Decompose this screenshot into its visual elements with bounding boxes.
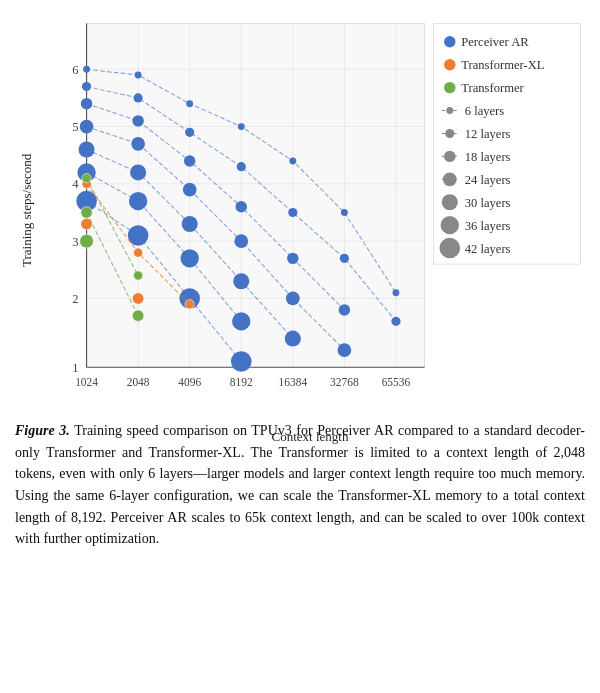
svg-text:1024: 1024 [75, 376, 98, 388]
svg-text:65536: 65536 [382, 376, 411, 388]
svg-point-89 [445, 129, 454, 138]
svg-text:8192: 8192 [230, 376, 253, 388]
main-container: Training steps/second [0, 0, 600, 565]
svg-text:30 layers: 30 layers [465, 196, 511, 210]
svg-point-56 [231, 351, 252, 372]
svg-point-98 [442, 194, 458, 210]
svg-point-92 [444, 151, 455, 162]
svg-point-43 [186, 100, 193, 107]
svg-point-59 [287, 253, 298, 264]
svg-point-76 [134, 271, 143, 280]
svg-point-83 [444, 82, 455, 93]
svg-point-45 [184, 155, 195, 166]
svg-point-41 [129, 192, 147, 210]
svg-point-46 [183, 183, 197, 197]
svg-point-86 [446, 107, 453, 114]
svg-text:32768: 32768 [330, 376, 359, 388]
svg-point-38 [132, 115, 143, 126]
svg-point-29 [83, 66, 90, 73]
svg-point-52 [236, 201, 247, 212]
svg-point-66 [393, 289, 400, 296]
svg-point-40 [130, 164, 146, 180]
svg-point-47 [182, 216, 198, 232]
svg-text:18 layers: 18 layers [465, 150, 511, 164]
svg-text:4096: 4096 [178, 376, 201, 388]
svg-point-95 [443, 172, 457, 186]
svg-text:16384: 16384 [279, 376, 308, 388]
svg-point-57 [289, 158, 296, 165]
svg-point-37 [134, 93, 143, 102]
svg-point-36 [135, 72, 142, 79]
svg-text:12 layers: 12 layers [465, 127, 511, 141]
svg-text:Transformer: Transformer [461, 81, 524, 95]
svg-point-55 [232, 312, 250, 330]
svg-point-53 [234, 234, 248, 248]
svg-point-75 [80, 234, 94, 248]
svg-point-51 [237, 162, 246, 171]
svg-point-101 [441, 216, 459, 234]
svg-point-31 [81, 98, 92, 109]
svg-point-81 [444, 59, 455, 70]
svg-text:36 layers: 36 layers [465, 219, 511, 233]
svg-point-50 [238, 123, 245, 130]
chart-svg: 1 2 3 4 5 6 1024 2048 4096 8192 16384 32… [35, 10, 585, 427]
svg-point-60 [286, 292, 300, 306]
svg-point-77 [132, 310, 143, 321]
svg-point-30 [82, 82, 91, 91]
y-axis-label: Training steps/second [15, 10, 35, 410]
svg-point-48 [181, 249, 199, 267]
svg-text:2048: 2048 [127, 376, 150, 388]
chart-inner: 1 2 3 4 5 6 1024 2048 4096 8192 16384 32… [35, 10, 585, 427]
figure-caption: Figure 3. Training speed comparison on T… [15, 420, 585, 550]
svg-text:42 layers: 42 layers [465, 242, 511, 256]
svg-point-79 [444, 36, 455, 47]
svg-point-61 [285, 331, 301, 347]
svg-point-67 [391, 317, 400, 326]
svg-point-39 [131, 137, 145, 151]
svg-text:Transformer-XL: Transformer-XL [461, 58, 544, 72]
svg-text:2: 2 [72, 292, 78, 306]
svg-text:1: 1 [72, 361, 78, 375]
caption-text: Training speed comparison on TPUv3 for P… [15, 423, 585, 546]
svg-point-44 [185, 128, 194, 137]
svg-text:3: 3 [72, 235, 78, 249]
chart-container: 1 2 3 4 5 6 1024 2048 4096 8192 16384 32… [35, 10, 585, 410]
svg-text:24 layers: 24 layers [465, 173, 511, 187]
svg-point-33 [79, 141, 95, 157]
svg-text:5: 5 [72, 120, 78, 134]
svg-point-63 [340, 254, 349, 263]
svg-text:6 layers: 6 layers [465, 104, 505, 118]
svg-point-71 [132, 293, 143, 304]
svg-point-64 [339, 304, 350, 315]
chart-area: Training steps/second [15, 10, 585, 410]
svg-text:Perceiver AR: Perceiver AR [461, 35, 529, 49]
svg-point-65 [338, 343, 352, 357]
svg-point-62 [341, 209, 348, 216]
chart-wrapper: Training steps/second [15, 10, 585, 410]
svg-text:4: 4 [72, 177, 79, 191]
svg-point-58 [288, 208, 297, 217]
svg-point-104 [439, 238, 460, 259]
svg-text:6: 6 [72, 63, 78, 77]
svg-point-54 [233, 273, 249, 289]
svg-point-42 [128, 225, 149, 246]
svg-point-32 [80, 120, 94, 134]
